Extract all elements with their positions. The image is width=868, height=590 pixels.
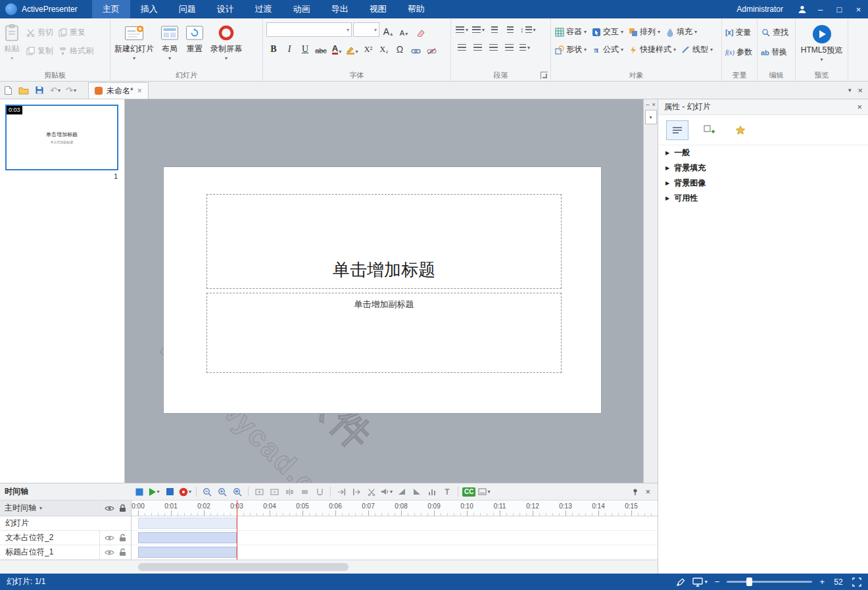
- timeline-ruler[interactable]: 0:000:010:020:030:040:050:060:070:080:09…: [132, 501, 658, 516]
- find-button[interactable]: 查找: [759, 25, 794, 40]
- tab-animations[interactable]: 动画: [283, 0, 321, 18]
- unlock-icon[interactable]: [119, 548, 126, 556]
- track-header-text-placeholder[interactable]: 文本占位符_2: [0, 531, 131, 545]
- slide-editing-area[interactable]: 单击增加标题 单击增加副标题: [163, 166, 602, 414]
- text-direction-button[interactable]: ▾: [518, 40, 532, 55]
- new-slide-button[interactable]: 新建幻灯片 ▾: [112, 22, 157, 62]
- increase-indent-button[interactable]: [503, 22, 518, 37]
- cut-button[interactable]: 剪切: [24, 25, 55, 40]
- join-button[interactable]: [298, 485, 311, 499]
- fill-button[interactable]: 填充▾: [663, 24, 699, 39]
- annotation-pen-icon[interactable]: [676, 578, 685, 587]
- transition-out-button[interactable]: [350, 485, 363, 499]
- document-tab[interactable]: 未命名* ×: [88, 82, 149, 99]
- tab-transitions[interactable]: 过渡: [245, 0, 283, 18]
- replace-button[interactable]: ab 替换: [759, 45, 794, 60]
- html5-preview-button[interactable]: HTML5预览 ▾: [798, 23, 845, 64]
- zoom-in-icon[interactable]: +: [819, 577, 825, 587]
- align-justify-button[interactable]: [502, 40, 516, 55]
- shrink-font-button[interactable]: A▾: [397, 22, 411, 37]
- maximize-button[interactable]: □: [830, 0, 849, 18]
- align-right-button[interactable]: [486, 40, 500, 55]
- tab-insert[interactable]: 插入: [130, 0, 168, 18]
- copy-button[interactable]: 复制: [24, 43, 55, 59]
- equation-button[interactable]: π 公式▾: [589, 42, 625, 57]
- title-placeholder[interactable]: 单击增加标题: [206, 194, 562, 289]
- eye-icon[interactable]: [105, 549, 114, 556]
- play-button[interactable]: ▾: [148, 485, 161, 499]
- account-icon[interactable]: [794, 0, 811, 18]
- quick-style-button[interactable]: 快捷样式▾: [626, 42, 678, 57]
- format-painter-button[interactable]: 格式刷: [57, 43, 95, 59]
- subscript-button[interactable]: X₂: [377, 40, 391, 55]
- font-size-input[interactable]: [354, 24, 372, 36]
- stop-button[interactable]: [163, 485, 176, 499]
- line-style-button[interactable]: 线型▾: [679, 42, 715, 57]
- volume-button[interactable]: ▾: [380, 485, 393, 499]
- parameters-button[interactable]: f(x) 参数: [723, 45, 756, 60]
- fade-out-button[interactable]: [410, 485, 423, 499]
- prop-section-background-fill[interactable]: ▶ 背景填充: [658, 160, 868, 176]
- lane-title-placeholder[interactable]: [132, 545, 658, 560]
- clear-formatting-button[interactable]: [412, 22, 427, 37]
- track-header-slide[interactable]: 幻灯片: [0, 516, 131, 531]
- tab-export[interactable]: 导出: [321, 0, 359, 18]
- undo-button[interactable]: ↶ ▾: [47, 82, 63, 99]
- cut-range-button[interactable]: [365, 485, 378, 499]
- panel-options-icon[interactable]: ▾: [848, 87, 852, 93]
- align-center-button[interactable]: [470, 40, 485, 55]
- master-timeline-row[interactable]: 主时间轴 ▾: [0, 501, 131, 516]
- redo-button[interactable]: ↷ ▾: [63, 82, 79, 99]
- font-name-input[interactable]: [267, 24, 345, 36]
- waveform-button[interactable]: [425, 485, 439, 499]
- font-color-button[interactable]: A▾: [329, 40, 344, 55]
- title-placeholder-bar[interactable]: [138, 547, 237, 558]
- snap-button[interactable]: [313, 485, 326, 499]
- font-name-select[interactable]: ▾: [266, 22, 352, 37]
- close-button[interactable]: ×: [849, 0, 868, 18]
- interaction-button[interactable]: 交互▾: [589, 24, 625, 39]
- underline-button[interactable]: U: [298, 40, 312, 55]
- panel-close-icon[interactable]: ×: [857, 86, 863, 95]
- slide-thumbnail[interactable]: 0:03 单击增加标题 单击增加副标题: [5, 105, 118, 170]
- fade-in-button[interactable]: [395, 485, 408, 499]
- reset-button[interactable]: 重置: [183, 22, 206, 62]
- superscript-button[interactable]: X²: [361, 40, 375, 55]
- props-tab-size-properties-button[interactable]: [698, 120, 720, 140]
- tab-design[interactable]: 设计: [206, 0, 245, 18]
- tab-view[interactable]: 视图: [359, 0, 397, 18]
- zoom-slider-thumb[interactable]: [746, 578, 752, 586]
- text-caption-button[interactable]: T: [441, 485, 454, 499]
- save-button[interactable]: [32, 82, 47, 99]
- grow-font-button[interactable]: A▴: [381, 22, 395, 37]
- numbered-list-button[interactable]: ▾: [471, 22, 486, 37]
- props-tab-style-button[interactable]: [666, 120, 688, 140]
- zoom-out-icon[interactable]: −: [715, 577, 720, 587]
- paste-button[interactable]: 粘贴 ▾: [1, 22, 22, 62]
- tab-questions[interactable]: 问题: [168, 0, 206, 18]
- timeline-h-scrollbar-thumb[interactable]: [138, 563, 349, 571]
- tab-help[interactable]: 帮助: [397, 0, 435, 18]
- zoom-slider[interactable]: [727, 581, 812, 583]
- closed-caption-button[interactable]: CC: [462, 487, 475, 497]
- document-tab-close-icon[interactable]: ×: [137, 86, 142, 95]
- arrange-button[interactable]: 排列▾: [626, 24, 662, 39]
- symbol-button[interactable]: Ω: [393, 40, 407, 55]
- capture-frame-button[interactable]: [133, 485, 146, 499]
- insert-event-button[interactable]: ▾: [178, 485, 192, 499]
- open-project-button[interactable]: [16, 82, 32, 99]
- bold-button[interactable]: B: [266, 40, 281, 55]
- text-highlight-button[interactable]: ▾: [345, 40, 360, 55]
- record-screen-button[interactable]: 录制屏幕 ▾: [208, 22, 245, 62]
- caption-options-button[interactable]: ▾: [477, 485, 491, 499]
- prop-section-background-image[interactable]: ▶ 背景图像: [658, 176, 868, 191]
- lock-icon[interactable]: [119, 504, 126, 512]
- preview-monitor-icon[interactable]: ▾: [692, 578, 708, 587]
- lane-slide[interactable]: [132, 516, 658, 531]
- decrease-indent-button[interactable]: [487, 22, 502, 37]
- zoom-in-button[interactable]: [216, 485, 229, 499]
- fit-to-window-icon[interactable]: [852, 578, 861, 587]
- font-size-select[interactable]: ▾: [353, 22, 379, 37]
- insert-time-button[interactable]: [253, 485, 266, 499]
- new-project-button[interactable]: [0, 82, 16, 99]
